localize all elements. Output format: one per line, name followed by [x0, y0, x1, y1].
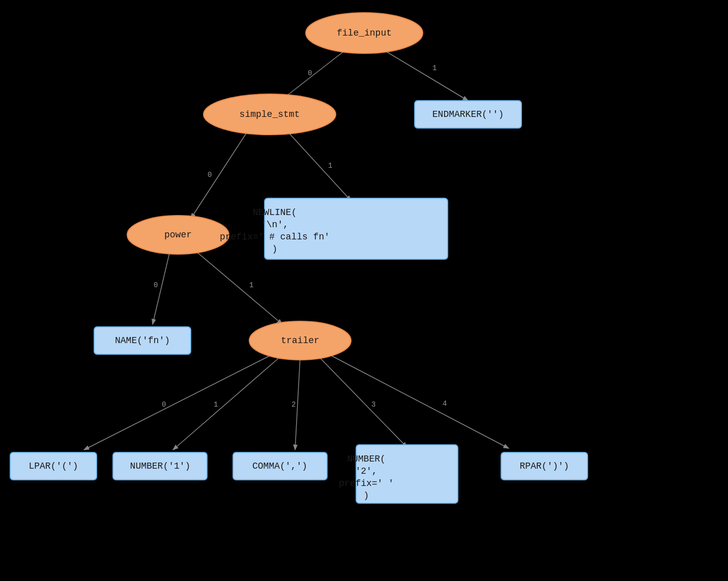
node-trailer-label: trailer — [281, 335, 319, 346]
node-number2-label-3: prefix=' ' — [339, 478, 394, 488]
node-number2-label-4: ) — [364, 491, 369, 501]
edge-label-7: 1 — [214, 401, 218, 409]
edge-label-5: 1 — [249, 281, 253, 289]
edge-label-0: 0 — [308, 69, 312, 77]
edge-trailer-comma — [295, 357, 300, 450]
edge-label-2: 0 — [208, 171, 212, 179]
edge-trailer-number2 — [318, 356, 407, 447]
node-endmarker-label: ENDMARKER('') — [432, 109, 504, 119]
edge-label-4: 0 — [154, 281, 158, 289]
edge-label-1: 1 — [432, 64, 436, 72]
edge-label-8: 2 — [292, 401, 296, 409]
node-lpar-label: LPAR('(') — [28, 461, 78, 471]
node-comma-label: COMMA(',') — [252, 461, 307, 471]
edge-power-trailer — [193, 249, 282, 324]
node-file-input-label: file_input — [337, 28, 392, 38]
edge-simple-power — [191, 129, 249, 219]
tree-diagram: 0 1 0 1 0 1 0 1 2 3 4 file_input simple_… — [0, 0, 728, 581]
edge-label-3: 1 — [328, 162, 332, 170]
node-number1-label: NUMBER('1') — [130, 461, 191, 471]
node-power-label: power — [164, 230, 192, 240]
edge-label-10: 4 — [443, 400, 447, 408]
node-newline-label-2: '\n', — [261, 220, 288, 230]
edge-trailer-number1 — [173, 356, 281, 450]
node-number2-label-2: '2', — [355, 466, 377, 476]
node-newline-label-1: NEWLINE( — [253, 207, 297, 218]
edge-simple-newline — [285, 129, 351, 201]
edge-label-6: 0 — [162, 401, 166, 409]
node-simple-stmt-label: simple_stmt — [240, 109, 300, 119]
node-newline-label-3: prefix=' # calls fn' — [220, 232, 330, 242]
edge-trailer-lpar — [84, 356, 270, 450]
node-name-fn-label: NAME('fn') — [115, 335, 170, 346]
edge-trailer-rpar — [330, 355, 509, 448]
edge-file-simple — [282, 46, 351, 99]
node-number2-label-1: NUMBER( — [347, 454, 386, 464]
edge-file-endmarker — [376, 46, 468, 101]
node-newline-label-4: ) — [272, 244, 278, 254]
node-rpar-label: RPAR(')') — [519, 461, 569, 471]
edge-label-9: 3 — [371, 401, 375, 409]
